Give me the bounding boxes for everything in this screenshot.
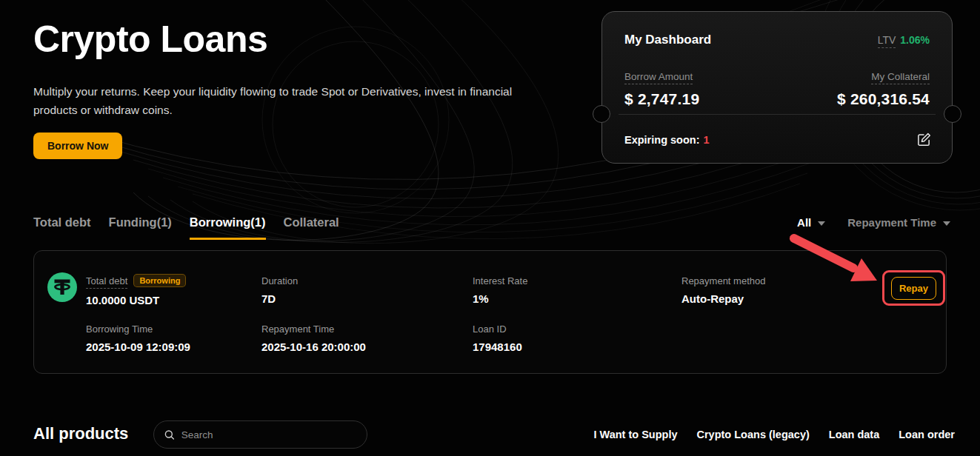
debt-tabs: Total debt Funding(1) Borrowing(1) Colla… [33,215,339,240]
my-collateral-value: $ 260,316.54 [837,90,930,108]
all-products-heading: All products [33,424,128,443]
interest-rate-value: 1% [473,292,527,305]
my-dashboard-card: My Dashboard LTV1.06% Borrow Amount $ 2,… [601,11,953,164]
expiring-soon-count: 1 [704,134,710,146]
expiring-soon-label: Expiring soon: [624,134,700,146]
borrow-amount-label: Borrow Amount [624,71,693,84]
repayment-time-cell: Repayment Time 2025-10-16 20:00:00 [261,322,366,353]
chevron-down-icon [943,221,950,226]
product-search[interactable] [153,420,367,449]
link-loan-data[interactable]: Loan data [829,429,879,440]
duration-cell: Duration 7D [261,274,298,305]
borrowing-time-label: Borrowing Time [86,323,153,335]
tether-usdt-icon [47,272,77,302]
borrow-now-button[interactable]: Borrow Now [33,133,122,159]
link-crypto-loans-legacy[interactable]: Crypto Loans (legacy) [697,429,810,440]
chevron-down-icon [818,221,825,226]
ltv-label: LTV [878,34,896,48]
tab-borrowing[interactable]: Borrowing(1) [190,215,266,240]
expiring-soon-text: Expiring soon:1 [624,133,710,147]
edit-pencil-square-icon[interactable] [917,133,931,147]
ticket-notch-right [944,105,961,123]
search-input[interactable] [181,429,356,440]
asset-filter-dropdown[interactable]: All [797,216,825,229]
status-badge: Borrowing [133,274,186,287]
repay-button[interactable]: Repay [891,277,936,300]
repayment-method-value: Auto-Repay [681,292,765,305]
loan-id-value: 17948160 [473,341,522,353]
interest-rate-cell: Interest Rate 1% [473,274,527,305]
repayment-method-label: Repayment method [681,275,765,286]
link-loan-order[interactable]: Loan order [899,429,955,440]
page-title: Crypto Loans [33,18,267,61]
loan-id-cell: Loan ID 17948160 [473,322,522,353]
total-debt-label: Total debt [86,275,127,289]
borrowing-time-value: 2025-10-09 12:09:09 [86,341,190,353]
ltv-indicator: LTV1.06% [878,34,930,46]
ltv-value: 1.06% [900,34,930,46]
tab-collateral[interactable]: Collateral [284,215,339,240]
repayment-method-cell: Repayment method Auto-Repay [681,274,765,305]
tab-total-debt[interactable]: Total debt [33,215,91,240]
total-debt-value: 10.0000 USDT [86,294,186,306]
asset-filter-value: All [797,216,811,229]
borrowing-time-cell: Borrowing Time 2025-10-09 12:09:09 [86,322,190,353]
borrow-amount-value: $ 2,747.19 [624,90,699,108]
loan-id-label: Loan ID [473,323,507,335]
list-filters: All Repayment Time [797,216,950,229]
interest-rate-label: Interest Rate [473,275,527,286]
my-collateral-block: My Collateral $ 260,316.54 [837,70,930,108]
repayment-time-label: Repayment Time [261,323,334,335]
borrow-amount-block: Borrow Amount $ 2,747.19 [624,70,699,108]
duration-value: 7D [261,292,298,305]
total-debt-cell: Total debtBorrowing 10.0000 USDT [86,274,186,306]
link-i-want-to-supply[interactable]: I Want to Supply [593,429,677,440]
tab-funding[interactable]: Funding(1) [109,215,172,240]
loan-position-card: Total debtBorrowing 10.0000 USDT Duratio… [33,250,947,374]
hero-description: Multiply your returns. Keep your liquidi… [33,83,522,120]
sort-filter-dropdown[interactable]: Repayment Time [847,216,950,229]
duration-label: Duration [261,275,298,286]
search-icon [164,429,175,440]
sort-filter-value: Repayment Time [847,216,936,229]
products-nav-links: I Want to Supply Crypto Loans (legacy) L… [593,429,955,440]
my-collateral-label: My Collateral [871,71,930,84]
dashboard-title: My Dashboard [624,33,711,47]
dashboard-divider [619,114,936,115]
repayment-time-value: 2025-10-16 20:00:00 [261,341,366,353]
ticket-notch-left [593,105,610,123]
